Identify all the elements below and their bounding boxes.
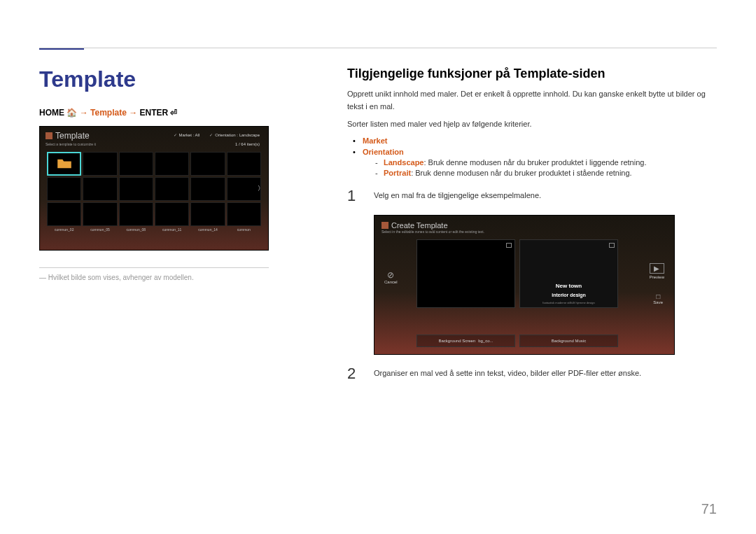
page-title: Template: [39, 66, 305, 92]
zone-text-3: fantastisk moderne stilfullt hjemme desi…: [520, 301, 617, 304]
template-thumbnail[interactable]: common_09: [155, 152, 189, 176]
template-list-screenshot: Template Select a template to customize …: [39, 126, 269, 251]
step-number-2: 2: [347, 365, 364, 383]
create-template-icon: [382, 222, 388, 229]
template-screen-title: Template: [55, 131, 90, 141]
bullet-market: Market: [363, 136, 387, 145]
template-thumbnail[interactable]: common_02: [47, 202, 81, 226]
create-template-screenshot: Create Template Select in the editable z…: [374, 215, 675, 355]
step-number-1: 1: [347, 187, 364, 205]
thumbnail-label: common: [227, 227, 260, 232]
template-thumbnail[interactable]: common: [227, 202, 261, 226]
editable-zone-left[interactable]: [416, 239, 515, 308]
zone-text-1: New town: [520, 283, 617, 289]
template-thumbnail[interactable]: common_04: [83, 177, 117, 201]
create-template-subtitle: Select in the editable zones to add cont…: [382, 230, 667, 234]
breadcrumb: HOME 🏠 → Template → ENTER ⏎: [39, 108, 305, 118]
template-thumbnail[interactable]: My Templates: [47, 152, 81, 176]
template-thumbnail[interactable]: common_05: [83, 202, 117, 226]
background-music-button[interactable]: Background Music: [519, 335, 618, 347]
cancel-button[interactable]: Cancel: [384, 270, 398, 284]
market-dropdown[interactable]: Market : All: [174, 132, 200, 137]
template-screen-subtitle: Select a template to customize it: [46, 142, 262, 146]
zone-edit-icon: [609, 243, 615, 248]
editable-zone-right[interactable]: New town interior design fantastisk mode…: [519, 239, 618, 308]
template-thumbnail[interactable]: common_13: [190, 177, 225, 201]
breadcrumb-home: HOME: [39, 108, 64, 118]
zone-edit-icon: [506, 243, 512, 248]
template-thumbnail[interactable]: common: [227, 152, 261, 176]
breadcrumb-enter: ENTER: [139, 108, 168, 118]
template-thumbnail[interactable]: common_06: [119, 152, 153, 176]
save-button[interactable]: Save: [653, 293, 663, 304]
template-thumbnail[interactable]: common_01: [47, 177, 81, 201]
step-text-2: Organiser en mal ved å sette inn tekst, …: [374, 365, 641, 383]
background-screen-button[interactable]: Background Screenbg_co...: [416, 335, 515, 347]
template-thumbnail[interactable]: common_08: [119, 202, 153, 226]
thumbnail-label: common_05: [83, 227, 116, 232]
breadcrumb-arrow: →: [127, 108, 140, 118]
step-text-1: Velg en mal fra de tilgjengelige eksempe…: [374, 187, 541, 205]
orientation-dropdown[interactable]: Orientation : Landscape: [209, 132, 260, 137]
breadcrumb-arrow: →: [80, 108, 90, 118]
sub-portrait: Portrait: [384, 169, 411, 177]
template-thumbnail[interactable]: common: [227, 177, 261, 201]
thumbnail-label: common_02: [48, 227, 80, 232]
template-thumbnail[interactable]: common_11: [155, 202, 189, 226]
template-thumbnail[interactable]: common_12: [190, 152, 225, 176]
paragraph: Sorter listen med maler ved hjelp av føl…: [347, 118, 717, 131]
item-count: 1 / 64 item(s): [235, 142, 260, 146]
sub-landscape-text: : Bruk denne modusen når du bruker produ…: [424, 158, 646, 167]
sub-portrait-text: : Bruk denne modusen når du bruker produ…: [411, 169, 632, 177]
template-thumbnail[interactable]: common_07: [119, 177, 153, 201]
paragraph: Opprett unikt innhold med maler. Det er …: [347, 88, 717, 113]
thumbnail-label: common_14: [191, 227, 224, 232]
breadcrumb-template: Template: [90, 108, 127, 118]
bullet-orientation: Orientation: [363, 148, 404, 156]
section-heading: Tilgjengelige funksjoner på Template-sid…: [347, 66, 605, 80]
template-thumbnail[interactable]: common_14: [190, 202, 225, 226]
template-thumbnail[interactable]: common_10: [155, 177, 189, 201]
next-page-icon[interactable]: 〉: [258, 184, 264, 193]
page-number: 71: [701, 501, 717, 517]
zone-text-2: interior design: [520, 293, 617, 297]
sub-landscape: Landscape: [384, 158, 424, 167]
create-template-title: Create Template: [391, 221, 448, 230]
template-thumbnail[interactable]: common_03: [83, 152, 117, 176]
footnote: Hvilket bilde som vises, avhenger av mod…: [39, 274, 305, 281]
thumbnail-label: common_11: [155, 227, 188, 232]
preview-button[interactable]: Preview: [650, 263, 664, 279]
template-icon: [46, 132, 52, 139]
thumbnail-label: common_08: [120, 227, 153, 232]
